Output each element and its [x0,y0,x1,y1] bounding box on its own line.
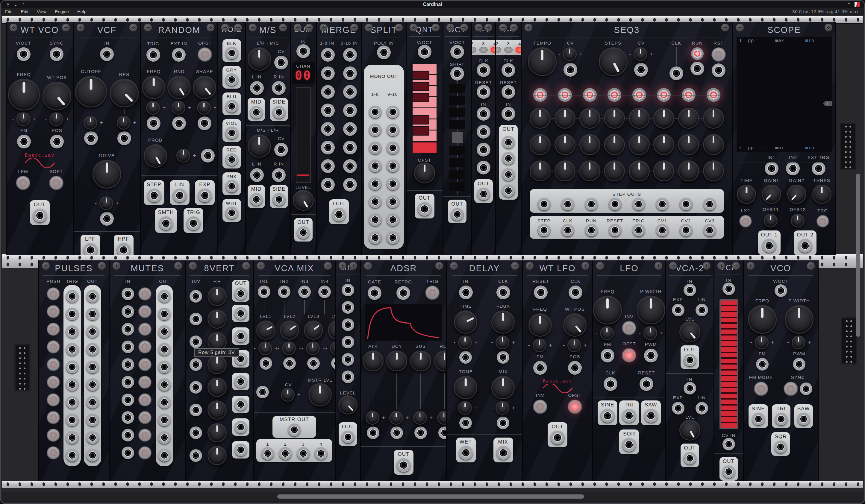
jack[interactable] [321,122,335,136]
blk-jack[interactable] [226,47,238,59]
trig-jack[interactable] [66,431,79,444]
out-jack[interactable] [397,458,411,472]
sqr-jack[interactable] [622,438,636,452]
wtpos-trim[interactable] [49,112,63,126]
lvl4-cv-jack[interactable] [331,357,336,370]
trig-jack[interactable] [66,378,79,391]
sync-jack[interactable] [800,383,812,395]
out-jack[interactable] [234,398,247,411]
fmmode-button[interactable] [754,382,768,396]
shape-knob[interactable] [193,76,216,99]
lvl2-trim[interactable] [282,341,296,355]
seq-knob[interactable] [579,161,600,181]
out-jack[interactable] [158,325,171,338]
clk-jack[interactable] [496,285,510,299]
freq-trim[interactable] [755,336,769,349]
octave-selector[interactable] [449,81,465,194]
mix-trim[interactable] [496,401,509,415]
lfm-button[interactable] [16,176,30,190]
steps-cv-trim[interactable] [634,47,647,61]
tone-trim[interactable] [458,401,472,415]
gain-knob[interactable] [207,287,227,306]
lin2-jack[interactable] [695,402,708,414]
sus-knob[interactable] [410,350,431,372]
fm-jack[interactable] [601,349,614,362]
ofst2-trim[interactable] [791,214,805,227]
smth-jack[interactable] [159,216,173,230]
gate-jack[interactable] [368,286,381,300]
gain-knob[interactable] [207,423,227,442]
jack[interactable] [369,177,381,190]
in-jack[interactable] [189,381,202,394]
steps-knob[interactable] [599,47,627,76]
push-button[interactable] [47,411,60,424]
jack[interactable] [321,85,335,99]
sus-cv-jack[interactable] [414,426,427,439]
hscrollbar-thumb[interactable] [277,494,584,499]
in-jack[interactable] [342,336,354,348]
in-jack[interactable] [723,282,735,295]
r-in2-jack[interactable] [272,168,286,182]
exp-jack[interactable] [672,304,684,316]
viol-jack[interactable] [226,127,238,139]
reset-jack[interactable] [501,85,515,99]
ofst-button[interactable] [198,47,212,62]
res-knob[interactable] [110,79,139,107]
lvl3-trim[interactable] [306,341,320,355]
in3-jack[interactable] [298,285,311,298]
clk-jack[interactable] [477,63,491,77]
tone-cv-jack[interactable] [459,417,472,429]
step-out-jack[interactable] [680,198,692,210]
lvl2-knob[interactable] [280,320,299,340]
jack[interactable] [343,48,357,62]
gry-jack[interactable] [226,73,238,86]
in-jack[interactable] [122,429,134,442]
lvl1-trim[interactable] [258,341,272,355]
steps-cv-jack[interactable] [634,63,648,77]
polyin-jack[interactable] [377,46,391,59]
out-jack[interactable] [158,378,171,391]
shape-cv-jack[interactable] [198,116,211,130]
out-jack[interactable] [86,343,99,355]
voct-jack[interactable] [17,47,31,61]
mstr-cv-trim[interactable] [281,388,295,402]
fm-jack[interactable] [17,135,31,149]
trig-jack[interactable] [66,414,79,426]
out-jack[interactable] [451,208,463,221]
mid-jack[interactable] [250,106,263,118]
mix-cv-jack[interactable] [497,417,509,429]
seq-knob[interactable] [629,161,650,181]
exp2-jack[interactable] [672,402,684,414]
freq-trim[interactable] [16,112,30,126]
time-cv-jack[interactable] [459,351,472,364]
r-in-jack[interactable] [272,81,286,95]
exttrg-jack[interactable] [812,162,826,175]
mute-button[interactable] [138,411,151,424]
vscrollbar-thumb[interactable] [856,174,860,337]
ch-out-jack[interactable] [315,447,327,460]
voct-jack[interactable] [418,45,431,59]
hpf-jack[interactable] [117,243,130,255]
cutoff-knob[interactable] [75,76,107,107]
pwm-jack[interactable] [793,358,805,371]
out-jack[interactable] [502,136,515,149]
trig-jack[interactable] [66,396,79,409]
out-jack[interactable] [86,396,99,409]
ofst-knob[interactable] [414,163,435,184]
quantizer-keyboard[interactable] [412,63,437,153]
red-jack[interactable] [226,153,238,166]
seq-knob[interactable] [530,108,551,129]
jack[interactable] [343,104,357,117]
freq-knob[interactable] [142,76,165,99]
trig-button[interactable] [425,285,439,300]
gain1-knob[interactable] [762,185,781,204]
out-jack[interactable] [33,209,47,222]
in-jack[interactable] [459,285,473,299]
rls-knob[interactable] [434,350,447,372]
out-jack[interactable] [502,184,515,197]
wavetable-name[interactable]: Basic.wav [25,153,55,158]
push-button[interactable] [47,376,60,389]
in-jack[interactable] [122,411,134,424]
out-jack[interactable] [680,224,692,236]
out-jack[interactable] [632,224,645,236]
